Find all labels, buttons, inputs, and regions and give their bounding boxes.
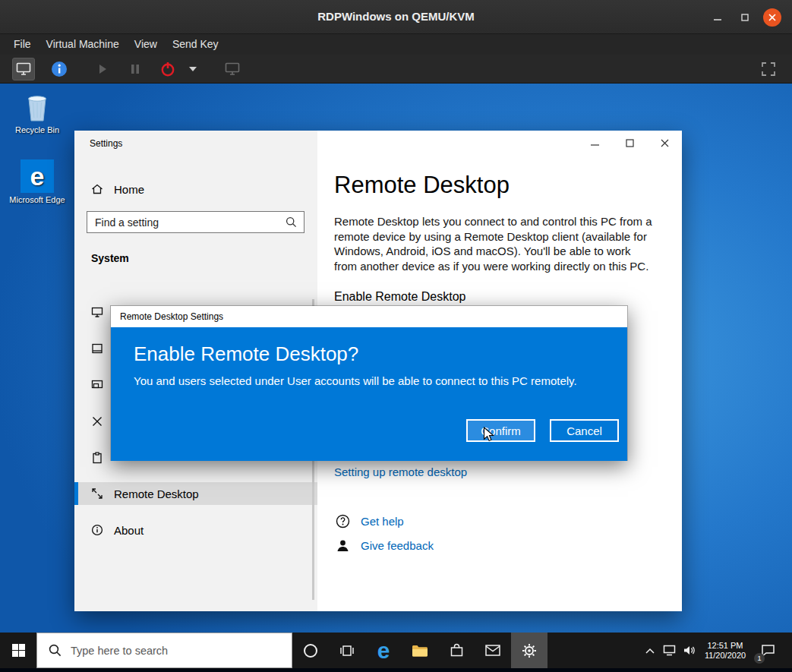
store-button[interactable] bbox=[438, 633, 475, 668]
mail-button[interactable] bbox=[475, 633, 511, 668]
sidebar-item-about[interactable]: About bbox=[74, 519, 317, 541]
run-button[interactable] bbox=[91, 58, 114, 80]
desktop-icon-microsoft-edge[interactable]: e Microsoft Edge bbox=[6, 159, 68, 204]
desktop-icon-recycle-bin[interactable]: Recycle Bin bbox=[6, 91, 68, 134]
secondary-display-button[interactable] bbox=[221, 58, 244, 80]
task-view-button[interactable] bbox=[329, 633, 365, 668]
recycle-bin-icon bbox=[6, 91, 68, 123]
speaker-icon bbox=[683, 645, 696, 656]
caret-down-icon bbox=[189, 67, 197, 72]
start-button[interactable] bbox=[0, 633, 36, 668]
remote-desktop-icon bbox=[91, 487, 103, 500]
get-help-row[interactable]: Get help bbox=[336, 514, 404, 528]
menu-file[interactable]: File bbox=[6, 34, 39, 55]
desktop-icon-label: Microsoft Edge bbox=[6, 195, 68, 204]
tray-volume-button[interactable] bbox=[680, 633, 698, 668]
clock-date: 11/20/2020 bbox=[705, 651, 746, 661]
viewer-maximize-button[interactable] bbox=[736, 8, 754, 27]
settings-search-input[interactable] bbox=[87, 216, 286, 229]
task-view-icon bbox=[339, 645, 355, 657]
network-icon bbox=[663, 645, 676, 656]
menu-view[interactable]: View bbox=[127, 34, 165, 55]
edge-icon: e bbox=[377, 638, 390, 664]
sidebar-item-remote-desktop[interactable]: Remote Desktop bbox=[74, 482, 317, 505]
projecting-icon bbox=[91, 379, 103, 391]
house-icon bbox=[91, 183, 103, 195]
shutdown-menu-caret[interactable] bbox=[185, 58, 201, 80]
shutdown-button[interactable] bbox=[156, 58, 179, 80]
notification-badge: 1 bbox=[754, 653, 765, 664]
viewer-minimize-button[interactable] bbox=[708, 8, 727, 27]
windows-logo-icon bbox=[12, 644, 25, 657]
cancel-button[interactable]: Cancel bbox=[550, 419, 619, 442]
fullscreen-icon bbox=[762, 62, 775, 76]
file-explorer-icon bbox=[412, 644, 428, 658]
action-center-button[interactable]: 1 bbox=[753, 633, 783, 668]
console-display-button[interactable] bbox=[12, 58, 35, 80]
search-icon bbox=[49, 644, 62, 657]
taskbar-search-input[interactable] bbox=[71, 645, 292, 657]
dialog-message: You and users selected under User accoun… bbox=[134, 374, 577, 387]
sidebar-item-label: About bbox=[114, 524, 144, 537]
menu-send-key[interactable]: Send Key bbox=[165, 34, 226, 55]
hardware-details-button[interactable] bbox=[48, 58, 71, 80]
windows-taskbar: e bbox=[0, 633, 792, 668]
pause-button[interactable] bbox=[124, 58, 147, 80]
clock-time: 12:51 PM bbox=[707, 641, 743, 651]
confirm-button[interactable]: Confirm bbox=[466, 419, 535, 442]
file-explorer-button[interactable] bbox=[402, 633, 438, 668]
get-help-link[interactable]: Get help bbox=[361, 515, 404, 528]
clipboard-icon bbox=[91, 452, 103, 464]
pause-icon bbox=[130, 64, 140, 74]
viewer-toolbar bbox=[0, 55, 792, 84]
display-icon bbox=[225, 62, 240, 76]
tray-chevron-button[interactable] bbox=[642, 633, 658, 668]
info-circle-icon bbox=[91, 524, 103, 536]
display-icon bbox=[91, 306, 103, 318]
settings-close-button[interactable] bbox=[647, 131, 682, 155]
tray-clock[interactable]: 12:51 PM 11/20/2020 bbox=[699, 633, 751, 668]
search-icon bbox=[286, 216, 297, 228]
taskbar-settings-button[interactable] bbox=[511, 633, 547, 668]
power-icon bbox=[159, 61, 176, 77]
chevron-up-icon bbox=[645, 648, 655, 654]
taskbar-edge-button[interactable]: e bbox=[365, 633, 402, 668]
viewer-titlebar: RDPWindows on QEMU/KVM bbox=[0, 0, 792, 34]
screen-edge bbox=[0, 668, 792, 672]
give-feedback-link[interactable]: Give feedback bbox=[361, 539, 434, 552]
help-icon bbox=[336, 514, 350, 528]
settings-search-box bbox=[87, 211, 304, 233]
settings-minimize-button[interactable] bbox=[577, 131, 612, 155]
viewer-close-button[interactable] bbox=[763, 8, 781, 27]
tray-network-button[interactable] bbox=[660, 633, 678, 668]
viewer-menubar: File Virtual Machine View Send Key bbox=[0, 34, 792, 55]
cortana-icon bbox=[303, 643, 318, 658]
shared-experiences-icon bbox=[91, 415, 103, 427]
display-icon bbox=[16, 62, 31, 76]
cortana-button[interactable] bbox=[292, 633, 329, 668]
viewer-window-title: RDPWindows on QEMU/KVM bbox=[0, 10, 792, 23]
settings-window-title: Settings bbox=[90, 138, 122, 149]
vm-desktop: Recycle Bin e Microsoft Edge Settings Ho… bbox=[0, 84, 792, 672]
store-icon bbox=[450, 643, 464, 658]
fullscreen-button[interactable] bbox=[757, 58, 780, 80]
enable-remote-desktop-label: Enable Remote Desktop bbox=[334, 290, 465, 304]
menu-virtual-machine[interactable]: Virtual Machine bbox=[39, 34, 127, 55]
dialog-title: Remote Desktop Settings bbox=[120, 311, 223, 322]
sidebar-item-home[interactable]: Home bbox=[74, 178, 317, 200]
dialog-heading: Enable Remote Desktop? bbox=[134, 342, 358, 366]
maximize-icon bbox=[626, 139, 634, 147]
maximize-icon bbox=[740, 13, 749, 22]
setting-up-remote-desktop-link[interactable]: Setting up remote desktop bbox=[334, 465, 467, 478]
taskbar-search-box bbox=[36, 633, 292, 668]
minimize-icon bbox=[591, 139, 599, 147]
sidebar-item-label: Home bbox=[114, 183, 144, 196]
page-title: Remote Desktop bbox=[334, 172, 510, 199]
edge-icon: e bbox=[6, 159, 68, 193]
settings-window-controls bbox=[577, 131, 682, 155]
gear-icon bbox=[522, 643, 537, 658]
dialog-body: Enable Remote Desktop? You and users sel… bbox=[111, 327, 627, 461]
close-icon bbox=[768, 13, 777, 22]
settings-maximize-button[interactable] bbox=[612, 131, 647, 155]
give-feedback-row[interactable]: Give feedback bbox=[336, 538, 434, 553]
